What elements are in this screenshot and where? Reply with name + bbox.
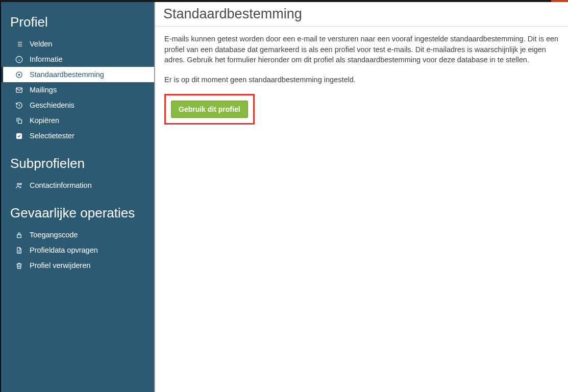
sidebar: Profiel Velden Informatie Standaardbeste… xyxy=(0,2,154,392)
check-square-icon xyxy=(14,132,23,140)
sidebar-section-gevaarlijke: Gevaarlijke operaties xyxy=(1,193,154,227)
sidebar-item-label: Contactinformation xyxy=(30,181,92,189)
sidebar-item-label: Selectietester xyxy=(30,132,75,140)
sidebar-item-velden[interactable]: Velden xyxy=(1,36,154,52)
copy-icon xyxy=(14,117,23,125)
svg-point-10 xyxy=(18,74,20,76)
sidebar-item-label: Profiel verwijderen xyxy=(30,261,90,270)
info-icon xyxy=(14,56,23,63)
sidebar-item-contactinformation[interactable]: Contactinformation xyxy=(1,178,154,193)
main-content: Standaardbestemming E-mails kunnen getes… xyxy=(154,2,568,392)
sidebar-item-label: Standaardbestemming xyxy=(30,70,104,79)
svg-rect-16 xyxy=(17,234,21,237)
list-icon xyxy=(14,40,23,48)
file-text-icon xyxy=(14,247,23,254)
history-icon xyxy=(14,102,23,109)
users-icon xyxy=(14,182,23,189)
sidebar-item-label: Velden xyxy=(30,40,52,48)
sidebar-item-profiel-verwijderen[interactable]: Profiel verwijderen xyxy=(1,258,154,273)
use-profile-button[interactable]: Gebruik dit profiel xyxy=(171,101,248,118)
page-title: Standaardbestemming xyxy=(163,6,568,22)
sidebar-item-toegangscode[interactable]: Toegangscode xyxy=(1,227,154,242)
status-text: Er is op dit moment geen standaardbestem… xyxy=(164,75,559,85)
sidebar-item-label: Kopiëren xyxy=(30,116,59,125)
svg-rect-13 xyxy=(16,133,21,138)
main-header: Standaardbestemming xyxy=(155,2,568,27)
sidebar-item-selectietester[interactable]: Selectietester xyxy=(1,128,154,143)
sidebar-item-informatie[interactable]: Informatie xyxy=(1,52,154,67)
intro-text: E-mails kunnen getest worden door een e-… xyxy=(164,34,559,65)
sidebar-item-profieldata[interactable]: Profieldata opvragen xyxy=(1,242,154,258)
target-icon xyxy=(14,71,23,79)
sidebar-item-label: Mailings xyxy=(30,86,57,94)
svg-rect-12 xyxy=(18,119,21,123)
sidebar-item-geschiedenis[interactable]: Geschiedenis xyxy=(1,97,154,113)
sidebar-item-label: Toegangscode xyxy=(30,231,78,239)
trash-icon xyxy=(14,262,23,270)
sidebar-item-label: Informatie xyxy=(30,55,62,63)
sidebar-section-profiel: Profiel xyxy=(1,2,154,36)
lock-icon xyxy=(14,231,23,239)
svg-point-14 xyxy=(17,183,19,185)
sidebar-item-label: Geschiedenis xyxy=(30,101,75,109)
sidebar-section-subprofielen: Subprofielen xyxy=(1,143,154,178)
cta-highlight: Gebruik dit profiel xyxy=(164,94,255,125)
sidebar-item-label: Profieldata opvragen xyxy=(30,246,98,254)
sidebar-item-kopieren[interactable]: Kopiëren xyxy=(1,113,154,128)
sidebar-item-standaardbestemming[interactable]: Standaardbestemming xyxy=(1,67,154,82)
svg-point-15 xyxy=(20,183,21,184)
sidebar-item-mailings[interactable]: Mailings xyxy=(1,82,154,97)
envelope-icon xyxy=(14,86,23,94)
